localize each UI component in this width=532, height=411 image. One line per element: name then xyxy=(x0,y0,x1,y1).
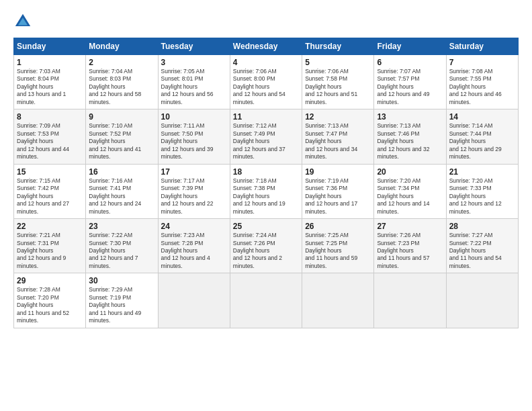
day-number: 24 xyxy=(161,222,227,231)
day-number: 9 xyxy=(89,112,154,122)
day-header-thursday: Thursday xyxy=(302,38,374,55)
day-number: 18 xyxy=(233,167,299,177)
calendar-cell: 16Sunrise: 7:16 AMSunset: 7:41 PMDayligh… xyxy=(86,164,158,218)
day-number: 1 xyxy=(17,58,83,67)
day-number: 21 xyxy=(449,167,515,177)
day-number: 11 xyxy=(233,112,299,122)
day-number: 6 xyxy=(377,58,443,67)
day-header-tuesday: Tuesday xyxy=(158,38,230,55)
calendar-cell: 21Sunrise: 7:20 AMSunset: 7:33 PMDayligh… xyxy=(446,164,518,218)
day-number: 22 xyxy=(17,222,83,231)
day-number: 20 xyxy=(377,167,443,177)
day-number: 16 xyxy=(89,167,154,177)
calendar-cell xyxy=(230,273,302,328)
day-info: Sunrise: 7:09 AMSunset: 7:53 PMDaylight … xyxy=(17,122,83,161)
calendar-cell: 14Sunrise: 7:14 AMSunset: 7:44 PMDayligh… xyxy=(446,109,518,164)
day-header-saturday: Saturday xyxy=(446,38,518,55)
day-info: Sunrise: 7:20 AMSunset: 7:34 PMDaylight … xyxy=(377,177,443,216)
day-info: Sunrise: 7:06 AMSunset: 7:58 PMDaylight … xyxy=(305,68,371,106)
calendar-cell: 20Sunrise: 7:20 AMSunset: 7:34 PMDayligh… xyxy=(374,164,446,218)
day-info: Sunrise: 7:04 AMSunset: 8:03 PMDaylight … xyxy=(89,68,154,106)
calendar-cell: 18Sunrise: 7:18 AMSunset: 7:38 PMDayligh… xyxy=(230,164,302,218)
day-number: 27 xyxy=(377,222,443,231)
day-number: 3 xyxy=(161,58,227,67)
calendar-week-2: 8Sunrise: 7:09 AMSunset: 7:53 PMDaylight… xyxy=(14,109,519,164)
day-info: Sunrise: 7:16 AMSunset: 7:41 PMDaylight … xyxy=(89,177,154,216)
day-number: 12 xyxy=(305,112,371,122)
calendar-cell: 30Sunrise: 7:29 AMSunset: 7:19 PMDayligh… xyxy=(86,273,158,328)
calendar-cell: 8Sunrise: 7:09 AMSunset: 7:53 PMDaylight… xyxy=(14,109,86,164)
calendar-cell: 24Sunrise: 7:23 AMSunset: 7:28 PMDayligh… xyxy=(158,219,230,273)
day-header-wednesday: Wednesday xyxy=(230,38,302,55)
calendar-week-4: 22Sunrise: 7:21 AMSunset: 7:31 PMDayligh… xyxy=(14,219,519,273)
day-number: 5 xyxy=(305,58,371,67)
day-number: 7 xyxy=(449,58,515,67)
calendar-cell: 9Sunrise: 7:10 AMSunset: 7:52 PMDaylight… xyxy=(86,109,158,164)
calendar-week-3: 15Sunrise: 7:15 AMSunset: 7:42 PMDayligh… xyxy=(14,164,519,218)
day-info: Sunrise: 7:24 AMSunset: 7:26 PMDaylight … xyxy=(233,232,299,270)
day-number: 4 xyxy=(233,58,299,67)
day-number: 26 xyxy=(305,222,371,231)
calendar-table: SundayMondayTuesdayWednesdayThursdayFrid… xyxy=(13,38,519,328)
calendar-cell xyxy=(446,273,518,328)
day-number: 19 xyxy=(305,167,371,177)
calendar-cell xyxy=(158,273,230,328)
calendar-cell xyxy=(302,273,374,328)
calendar-cell xyxy=(374,273,446,328)
calendar-cell: 5Sunrise: 7:06 AMSunset: 7:58 PMDaylight… xyxy=(302,55,374,109)
calendar-cell: 17Sunrise: 7:17 AMSunset: 7:39 PMDayligh… xyxy=(158,164,230,218)
day-info: Sunrise: 7:13 AMSunset: 7:46 PMDaylight … xyxy=(377,122,443,161)
day-header-sunday: Sunday xyxy=(14,38,86,55)
day-info: Sunrise: 7:12 AMSunset: 7:49 PMDaylight … xyxy=(233,122,299,161)
day-info: Sunrise: 7:08 AMSunset: 7:55 PMDaylight … xyxy=(449,68,515,106)
calendar-week-5: 29Sunrise: 7:28 AMSunset: 7:20 PMDayligh… xyxy=(14,273,519,328)
day-number: 29 xyxy=(17,276,83,285)
day-number: 13 xyxy=(377,112,443,122)
day-number: 15 xyxy=(17,167,83,177)
day-info: Sunrise: 7:28 AMSunset: 7:20 PMDaylight … xyxy=(17,286,83,324)
day-info: Sunrise: 7:22 AMSunset: 7:30 PMDaylight … xyxy=(89,232,154,270)
day-header-monday: Monday xyxy=(86,38,158,55)
day-info: Sunrise: 7:11 AMSunset: 7:50 PMDaylight … xyxy=(161,122,227,161)
calendar-cell: 4Sunrise: 7:06 AMSunset: 8:00 PMDaylight… xyxy=(230,55,302,109)
day-number: 17 xyxy=(161,167,227,177)
day-info: Sunrise: 7:20 AMSunset: 7:33 PMDaylight … xyxy=(449,177,515,216)
calendar-cell: 19Sunrise: 7:19 AMSunset: 7:36 PMDayligh… xyxy=(302,164,374,218)
calendar-cell: 15Sunrise: 7:15 AMSunset: 7:42 PMDayligh… xyxy=(14,164,86,218)
day-info: Sunrise: 7:14 AMSunset: 7:44 PMDaylight … xyxy=(449,122,515,161)
day-info: Sunrise: 7:06 AMSunset: 8:00 PMDaylight … xyxy=(233,68,299,106)
calendar-cell: 10Sunrise: 7:11 AMSunset: 7:50 PMDayligh… xyxy=(158,109,230,164)
day-number: 10 xyxy=(161,112,227,122)
calendar-cell: 2Sunrise: 7:04 AMSunset: 8:03 PMDaylight… xyxy=(86,55,158,109)
day-info: Sunrise: 7:19 AMSunset: 7:36 PMDaylight … xyxy=(305,177,371,216)
day-info: Sunrise: 7:27 AMSunset: 7:22 PMDaylight … xyxy=(449,232,515,270)
calendar-cell: 11Sunrise: 7:12 AMSunset: 7:49 PMDayligh… xyxy=(230,109,302,164)
page-header xyxy=(13,12,519,31)
day-info: Sunrise: 7:13 AMSunset: 7:47 PMDaylight … xyxy=(305,122,371,161)
day-number: 28 xyxy=(449,222,515,231)
calendar-cell: 13Sunrise: 7:13 AMSunset: 7:46 PMDayligh… xyxy=(374,109,446,164)
day-info: Sunrise: 7:23 AMSunset: 7:28 PMDaylight … xyxy=(161,232,227,270)
calendar-cell: 6Sunrise: 7:07 AMSunset: 7:57 PMDaylight… xyxy=(374,55,446,109)
calendar-cell: 12Sunrise: 7:13 AMSunset: 7:47 PMDayligh… xyxy=(302,109,374,164)
day-info: Sunrise: 7:21 AMSunset: 7:31 PMDaylight … xyxy=(17,232,83,270)
calendar-cell: 1Sunrise: 7:03 AMSunset: 8:04 PMDaylight… xyxy=(14,55,86,109)
day-number: 14 xyxy=(449,112,515,122)
calendar-week-1: 1Sunrise: 7:03 AMSunset: 8:04 PMDaylight… xyxy=(14,55,519,109)
day-info: Sunrise: 7:03 AMSunset: 8:04 PMDaylight … xyxy=(17,68,83,106)
day-info: Sunrise: 7:29 AMSunset: 7:19 PMDaylight … xyxy=(89,286,154,324)
calendar-cell: 22Sunrise: 7:21 AMSunset: 7:31 PMDayligh… xyxy=(14,219,86,273)
day-info: Sunrise: 7:17 AMSunset: 7:39 PMDaylight … xyxy=(161,177,227,216)
day-info: Sunrise: 7:07 AMSunset: 7:57 PMDaylight … xyxy=(377,68,443,106)
day-number: 30 xyxy=(89,276,154,285)
calendar-cell: 23Sunrise: 7:22 AMSunset: 7:30 PMDayligh… xyxy=(86,219,158,273)
calendar-cell: 7Sunrise: 7:08 AMSunset: 7:55 PMDaylight… xyxy=(446,55,518,109)
calendar-cell: 26Sunrise: 7:25 AMSunset: 7:25 PMDayligh… xyxy=(302,219,374,273)
calendar-cell: 29Sunrise: 7:28 AMSunset: 7:20 PMDayligh… xyxy=(14,273,86,328)
calendar-cell: 3Sunrise: 7:05 AMSunset: 8:01 PMDaylight… xyxy=(158,55,230,109)
logo-icon xyxy=(13,12,32,31)
day-number: 2 xyxy=(89,58,154,67)
day-info: Sunrise: 7:26 AMSunset: 7:23 PMDaylight … xyxy=(377,232,443,270)
logo xyxy=(13,12,35,31)
day-number: 8 xyxy=(17,112,83,122)
